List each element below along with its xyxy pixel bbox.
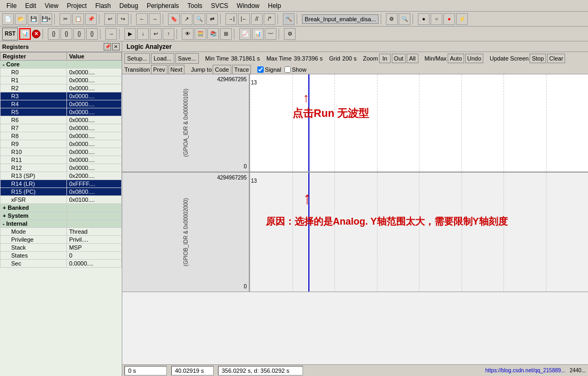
table-row[interactable]: R50x0000.... [1,108,122,116]
menu-debug[interactable]: Debug [115,1,142,11]
menu-edit[interactable]: Edit [21,1,40,11]
comment-button[interactable]: // [251,13,263,25]
table-row[interactable]: R20x0000.... [1,84,122,92]
circle-button[interactable]: ○ [431,13,442,25]
red-button[interactable]: ● [443,13,455,25]
save-all-button[interactable]: 💾+ [40,13,52,25]
register-button[interactable]: 📊 [19,28,31,40]
table-row[interactable]: R80x0000.... [1,132,122,140]
signal-checkbox[interactable] [257,66,264,73]
table-row[interactable]: StackMSP [1,244,122,252]
memory-button[interactable]: 🧮 [195,28,206,40]
table-row[interactable]: R00x0000.... [1,69,122,76]
step-over-button[interactable]: ↩ [150,28,162,40]
code-button-la[interactable]: Code [213,65,231,74]
option-button[interactable]: ⚙ [386,13,398,25]
menu-svcs[interactable]: SVCS [207,1,233,11]
pin-button[interactable]: 📌 [104,43,111,50]
watch-button[interactable]: 👁 [182,28,194,40]
goto-button[interactable]: ↗ [181,13,192,25]
table-row[interactable]: Sec0.0000.... [1,260,122,268]
zoom-in-button[interactable]: In [379,54,391,63]
rst-button[interactable]: RST [2,28,18,40]
trace-button[interactable]: 〰 [265,28,276,40]
menu-help[interactable]: Help [264,1,285,11]
build-button[interactable]: 🔨 [283,13,295,25]
menu-flash[interactable]: Flash [91,1,115,11]
stack-button[interactable]: 📚 [207,28,219,40]
run-button[interactable]: ▶ [124,28,136,40]
logic-button[interactable]: 📊 [252,28,264,40]
copy-button[interactable]: 📋 [72,13,84,25]
find-button[interactable]: 🔍 [194,13,205,25]
search2-button[interactable]: 🔍 [399,13,410,25]
table-row[interactable]: xFSR0x0100.... [1,196,122,204]
setup-button[interactable]: Setup... [124,53,150,64]
run-to-button[interactable]: → [105,28,117,40]
table-row[interactable]: R120x0000.... [1,164,122,172]
menu-project[interactable]: Project [63,1,91,11]
table-row[interactable]: - Internal [1,220,122,228]
table-row[interactable]: R60x0000.... [1,116,122,124]
indent-button[interactable]: →| [225,13,237,25]
table-row[interactable]: R40x0000.... [1,100,122,108]
table-row[interactable]: PrivilegePrivil.... [1,236,122,244]
table-row[interactable]: ModeThread [1,228,122,236]
next-button-la[interactable]: Next [169,65,185,74]
table-row[interactable]: + System [1,212,122,220]
next-location-button[interactable]: → [149,13,161,25]
clear-button-la[interactable]: Clear [547,54,565,63]
prev-button-la[interactable]: Prev [151,65,167,74]
signal-checkbox-label[interactable]: Signal [257,66,281,73]
zoom-out-button[interactable]: Out [392,54,406,63]
save-button-la[interactable]: Save... [175,53,199,64]
load-button[interactable]: Load... [151,53,174,64]
redo-button[interactable]: ↪ [117,13,129,25]
undo-button-la[interactable]: Undo [465,54,483,63]
table-row[interactable]: R30x0000.... [1,92,122,100]
menu-view[interactable]: View [40,1,63,11]
stop-button-la[interactable]: Stop [530,54,546,63]
paste-button[interactable]: 📌 [85,13,97,25]
menu-file[interactable]: File [2,1,21,11]
menu-tools[interactable]: Tools [183,1,207,11]
table-row[interactable]: R10x0000.... [1,76,122,84]
unindent-button[interactable]: |← [238,13,250,25]
trace-button-la[interactable]: Trace [232,65,251,74]
table-row[interactable]: R100x0000.... [1,148,122,156]
close-panel-button[interactable]: ✕ [112,43,120,50]
show-checkbox-label[interactable]: Show [284,66,307,73]
show-checkbox[interactable] [284,66,291,73]
prev-location-button[interactable]: ← [136,13,148,25]
icon-button[interactable]: ⚡ [456,13,468,25]
table-row[interactable]: R14 (LR)0xFFFF.... [1,180,122,188]
table-row[interactable]: + Banked [1,204,122,212]
perf-button[interactable]: 📈 [239,28,251,40]
brace1-button[interactable]: {} [48,28,60,40]
brace4-button[interactable]: {} [86,28,98,40]
disasm-button[interactable]: ⊞ [220,28,232,40]
dot-button[interactable]: ● [418,13,430,25]
step-button[interactable]: ↓ [137,28,149,40]
cfg-button[interactable]: ⚙ [284,28,296,40]
zoom-all-button[interactable]: All [407,54,418,63]
menu-peripherals[interactable]: Peripherals [142,1,183,11]
replace-button[interactable]: ⇄ [206,13,218,25]
save-button[interactable]: 💾 [28,13,39,25]
table-row[interactable]: R110x0000.... [1,156,122,164]
table-row[interactable]: - Core [1,61,122,69]
table-row[interactable]: R90x0000.... [1,140,122,148]
table-row[interactable]: R13 (SP)0x2000.... [1,172,122,180]
table-row[interactable]: States0 [1,252,122,260]
step-out-button[interactable]: ↑ [163,28,174,40]
table-row[interactable]: R70x0000.... [1,124,122,132]
menu-window[interactable]: Window [232,1,264,11]
open-button[interactable]: 📂 [15,13,27,25]
undo-button[interactable]: ↩ [104,13,116,25]
cut-button[interactable]: ✂ [60,13,71,25]
new-file-button[interactable]: 📄 [2,13,14,25]
auto-button[interactable]: Auto [448,54,464,63]
table-row[interactable]: R15 (PC)0x0800.... [1,188,122,196]
brace3-button[interactable]: {} [73,28,85,40]
close-debug-button[interactable]: ✕ [32,30,40,38]
